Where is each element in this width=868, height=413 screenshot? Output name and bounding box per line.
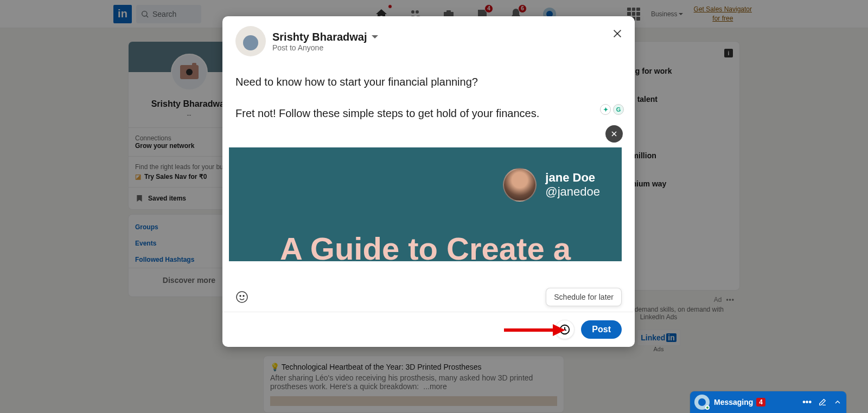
author-avatar[interactable] xyxy=(235,26,266,56)
author-selector[interactable]: Srishty Bharadwaj xyxy=(272,31,378,43)
modal-toolbar: Schedule for later xyxy=(222,282,635,312)
svg-point-3 xyxy=(416,10,419,14)
remove-attachment-button[interactable] xyxy=(605,125,623,143)
schedule-button[interactable] xyxy=(555,320,575,339)
modal-body: Need to know how to start your financial… xyxy=(222,63,635,282)
svg-rect-5 xyxy=(446,10,451,12)
messaging-bar[interactable]: Messaging 4 ••• xyxy=(690,391,846,413)
nav-right: Business Get Sales Navigator for free xyxy=(627,5,752,23)
camera-icon xyxy=(180,65,199,79)
post-modal: Srishty Bharadwaj Post to Anyone Need to… xyxy=(222,16,635,347)
bookmark-icon xyxy=(135,194,144,203)
bulb-icon: 💡 xyxy=(270,363,279,371)
home-badge xyxy=(388,4,392,9)
svg-line-1 xyxy=(146,16,148,17)
schedule-tooltip: Schedule for later xyxy=(546,288,622,306)
info-icon[interactable]: i xyxy=(724,49,733,57)
close-button[interactable] xyxy=(610,26,625,41)
svg-point-12 xyxy=(243,295,244,296)
business-dropdown[interactable]: Business xyxy=(651,10,683,18)
emoji-icon xyxy=(235,291,248,304)
messaging-badge: 4 xyxy=(484,4,493,13)
chevron-down-icon xyxy=(372,35,378,38)
more-icon[interactable]: ••• xyxy=(726,296,735,304)
search-input[interactable]: Search xyxy=(136,5,201,23)
see-more[interactable]: ...more xyxy=(423,382,447,391)
feed-image xyxy=(270,396,557,406)
more-icon[interactable]: ••• xyxy=(802,397,812,407)
svg-point-0 xyxy=(142,11,147,16)
sales-navigator-link[interactable]: Get Sales Navigator for free xyxy=(694,5,752,23)
grammarly-icon: G xyxy=(613,104,624,115)
msg-count-badge: 4 xyxy=(756,398,765,406)
search-icon xyxy=(141,10,149,18)
linkedin-logo[interactable]: in xyxy=(113,5,132,23)
visibility-label: Post to Anyone xyxy=(272,43,378,52)
premium-icon: ◪ xyxy=(135,173,141,180)
grammarly-widget[interactable]: ✦ G xyxy=(600,104,624,115)
post-button[interactable]: Post xyxy=(581,320,622,339)
modal-header: Srishty Bharadwaj Post to Anyone xyxy=(222,16,635,63)
search-placeholder: Search xyxy=(152,10,176,18)
profile-avatar[interactable] xyxy=(171,54,208,91)
jane-avatar xyxy=(503,168,537,202)
notif-badge: 6 xyxy=(518,4,527,13)
emoji-button[interactable] xyxy=(235,291,248,304)
svg-point-11 xyxy=(240,295,241,296)
clock-icon xyxy=(559,324,571,335)
close-icon xyxy=(611,28,623,40)
chevron-down-icon xyxy=(679,13,683,15)
close-icon xyxy=(610,130,618,138)
modal-footer: Post xyxy=(222,312,635,347)
compose-text[interactable]: Need to know how to start your financial… xyxy=(229,74,622,147)
svg-point-2 xyxy=(411,10,414,14)
feed-post[interactable]: 💡 Technological Heartbeat of the Year: 3… xyxy=(263,356,564,413)
msg-avatar-icon xyxy=(694,395,710,410)
compose-icon[interactable] xyxy=(818,398,827,406)
svg-point-10 xyxy=(237,292,247,302)
chevron-up-icon[interactable] xyxy=(833,398,842,406)
ai-icon: ✦ xyxy=(600,104,611,115)
attached-image[interactable]: jane Doe @janedoe A Guide to Create a xyxy=(229,147,622,261)
